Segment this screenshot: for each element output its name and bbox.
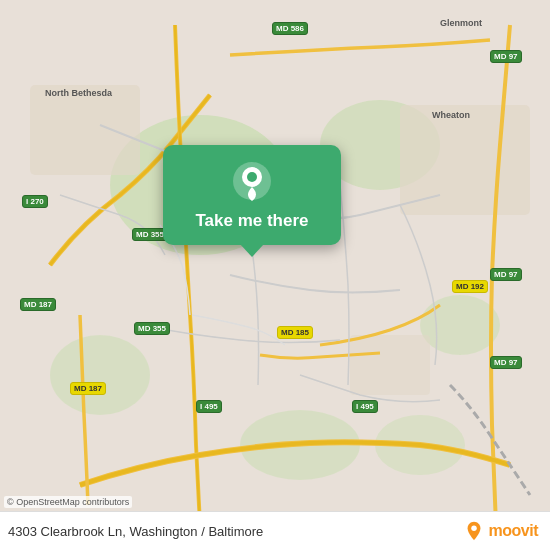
place-label-wheaton: Wheaton xyxy=(432,110,470,121)
road-badge-md185: MD 185 xyxy=(277,326,313,339)
road-badge-i495-right: I 495 xyxy=(352,400,378,413)
bottom-bar: 4303 Clearbrook Ln, Washington / Baltimo… xyxy=(0,511,550,550)
road-badge-md97-top: MD 97 xyxy=(490,50,522,63)
svg-point-4 xyxy=(50,335,150,415)
road-badge-md187-bot: MD 187 xyxy=(70,382,106,395)
road-badge-i495-left: I 495 xyxy=(196,400,222,413)
road-badge-md586: MD 586 xyxy=(272,22,308,35)
road-badge-md97-mid: MD 97 xyxy=(490,268,522,281)
svg-point-3 xyxy=(420,295,500,355)
osm-attribution: © OpenStreetMap contributors xyxy=(4,496,132,508)
moovit-pin-icon xyxy=(463,520,485,542)
take-me-label: Take me there xyxy=(195,211,308,231)
place-label-north-bethesda: North Bethesda xyxy=(45,88,112,100)
moovit-logo: moovit xyxy=(463,520,538,542)
map-roads xyxy=(0,0,550,550)
address-label: 4303 Clearbrook Ln, Washington / Baltimo… xyxy=(8,524,263,539)
take-me-there-card[interactable]: Take me there xyxy=(163,145,341,245)
road-badge-md355-bot: MD 355 xyxy=(134,322,170,335)
road-badge-i270: I 270 xyxy=(22,195,48,208)
moovit-brand-text: moovit xyxy=(489,522,538,540)
road-badge-md97-bot: MD 97 xyxy=(490,356,522,369)
svg-point-12 xyxy=(247,172,257,182)
place-label-glenmont: Glenmont xyxy=(440,18,482,29)
svg-point-13 xyxy=(471,526,477,532)
svg-rect-9 xyxy=(350,335,430,395)
road-badge-md192: MD 192 xyxy=(452,280,488,293)
road-badge-md187-top: MD 187 xyxy=(20,298,56,311)
svg-rect-8 xyxy=(400,105,530,215)
map-container: Glenmont North Bethesda Wheaton MD 586 M… xyxy=(0,0,550,550)
location-pin-icon xyxy=(232,161,272,201)
